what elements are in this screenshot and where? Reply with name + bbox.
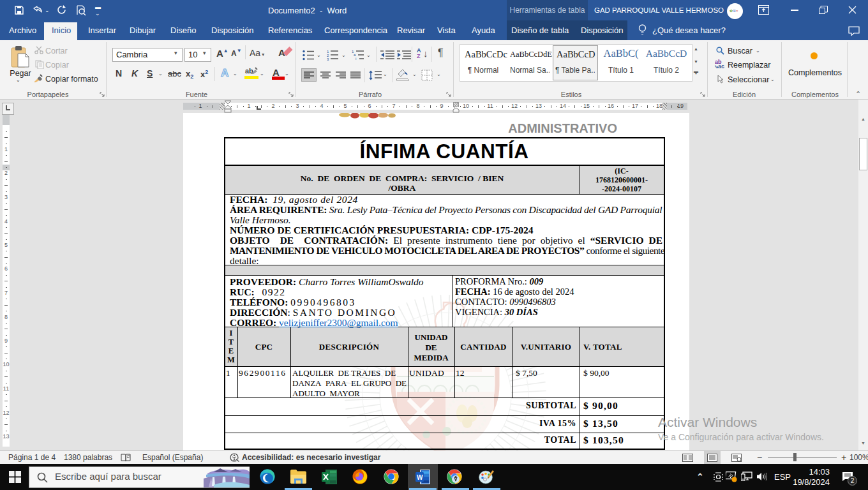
svg-text:i: i [355, 57, 356, 61]
svg-text:3: 3 [327, 57, 329, 61]
svg-text:W: W [417, 474, 423, 481]
